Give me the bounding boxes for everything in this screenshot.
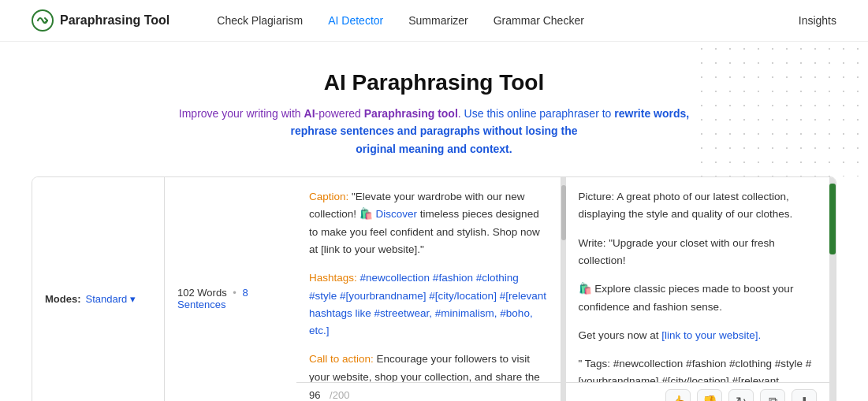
right-scrollbar-thumb	[829, 184, 836, 254]
dots-decoration	[695, 42, 868, 176]
combined-toolbar: Modes: Standard ▾ 102 Words • 8 Sentence…	[32, 177, 296, 401]
bullet-separator: •	[233, 287, 237, 299]
output-text-area: Picture: A great photo of our latest col…	[566, 177, 830, 382]
output-paragraph-5: " Tags: #newcollection #fashion #clothin…	[579, 355, 818, 382]
input-text-area[interactable]: Caption: "Elevate your wardrobe with our…	[296, 177, 561, 382]
refresh-button[interactable]: ↻	[728, 389, 754, 401]
caption-label: Caption:	[309, 191, 348, 202]
discover-text: Discover	[376, 208, 418, 220]
nav-grammar-checker[interactable]: Grammar Checker	[494, 14, 584, 27]
input-paragraph-3: Call to action: Encourage your followers…	[309, 351, 548, 382]
input-panel-footer: 96 /200	[296, 382, 561, 401]
thumbs-down-button[interactable]: 👎	[697, 389, 722, 401]
output-paragraph-1: Picture: A great photo of our latest col…	[579, 188, 818, 224]
logo: Paraphrasing Tool	[32, 9, 170, 32]
input-paragraph-1: Caption: "Elevate your wardrobe with our…	[309, 188, 548, 258]
input-panel: Caption: "Elevate your wardrobe with our…	[296, 177, 561, 401]
subtitle-part-1: Improve your writing with AI-powered Par…	[179, 107, 464, 120]
hero-subtitle: Improve your writing with AI-powered Par…	[158, 105, 710, 158]
hero-section: AI Paraphrasing Tool Improve your writin…	[0, 42, 868, 176]
right-scrollbar[interactable]	[829, 177, 836, 401]
action-buttons: 👍 👎 ↻ ⧉ ⬇	[665, 389, 817, 401]
output-paragraph-2: Write: "Upgrade your closet with our fre…	[579, 235, 818, 270]
hashtags-label: Hashtags:	[309, 272, 357, 284]
output-paragraph-4: Get yours now at [link to your website].	[579, 327, 818, 344]
mode-select[interactable]: Standard ▾	[86, 293, 136, 305]
left-toolbar: Modes: Standard ▾	[32, 177, 165, 401]
chevron-down-icon: ▾	[130, 293, 136, 305]
output-paragraph-3: 🛍️ Explore classic pieces made to boost …	[579, 280, 818, 316]
header: Paraphrasing Tool Check Plagiarism AI De…	[0, 0, 868, 42]
nav-ai-detector[interactable]: AI Detector	[328, 14, 383, 27]
output-panel: Picture: A great photo of our latest col…	[566, 177, 830, 401]
right-toolbar: 102 Words • 8 Sentences	[165, 177, 296, 401]
output-panel-footer: 👍 👎 ↻ ⧉ ⬇	[566, 382, 830, 401]
word-max: /200	[330, 389, 349, 401]
mode-value: Standard	[86, 293, 128, 305]
word-count: 102 Words	[177, 287, 227, 299]
left-scrollbar[interactable]	[561, 177, 566, 401]
word-sentence-count: 102 Words • 8 Sentences	[177, 287, 284, 310]
left-scrollbar-thumb	[561, 185, 566, 240]
input-paragraph-2: Hashtags: #newcollection #fashion #cloth…	[309, 269, 548, 340]
hero-title: AI Paraphrasing Tool	[32, 70, 836, 95]
download-button[interactable]: ⬇	[792, 389, 817, 401]
nav-check-plagiarism[interactable]: Check Plagiarism	[217, 14, 303, 27]
word-counter: 96 /200	[309, 389, 349, 401]
copy-button[interactable]: ⧉	[760, 389, 785, 401]
nav-summarizer[interactable]: Summarizer	[408, 14, 468, 27]
logo-icon	[32, 9, 54, 32]
panels-row: Caption: "Elevate your wardrobe with our…	[296, 177, 836, 401]
nav-insights[interactable]: Insights	[799, 14, 836, 27]
cta-label: Call to action:	[309, 353, 374, 365]
tool-container: Modes: Standard ▾ 102 Words • 8 Sentence…	[32, 176, 836, 401]
output-link: [link to your website].	[661, 329, 761, 341]
modes-label: Modes:	[45, 293, 81, 305]
thumbs-up-button[interactable]: 👍	[665, 389, 691, 401]
logo-text: Paraphrasing Tool	[60, 13, 170, 28]
main-nav: Check Plagiarism AI Detector Summarizer …	[217, 14, 584, 27]
word-current: 96	[309, 389, 320, 401]
